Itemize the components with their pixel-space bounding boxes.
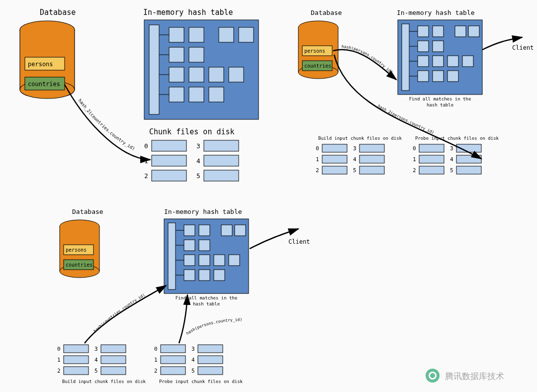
svg-rect-119	[101, 367, 126, 375]
svg-rect-43	[455, 26, 466, 37]
svg-rect-19	[169, 87, 184, 102]
panel-bottom: Database persons countries In-memory has…	[57, 208, 310, 384]
svg-rect-95	[184, 240, 195, 251]
hash-table	[398, 20, 482, 95]
hash-title: In-memory hash table	[397, 9, 475, 16]
svg-text:3: 3	[191, 346, 195, 352]
chunk-num: 4	[196, 157, 200, 165]
svg-rect-127	[198, 345, 223, 353]
svg-text:1: 1	[413, 156, 416, 163]
hash-subtitle-1: Find all matches in the	[409, 97, 471, 101]
svg-rect-27	[152, 155, 186, 166]
svg-rect-96	[199, 240, 210, 251]
svg-text:4: 4	[191, 357, 195, 363]
hash-table	[164, 219, 249, 294]
svg-rect-8	[149, 25, 159, 114]
svg-rect-26	[152, 140, 186, 151]
svg-rect-65	[359, 144, 384, 152]
svg-rect-103	[214, 270, 225, 281]
svg-text:5: 5	[191, 368, 195, 374]
svg-rect-59	[322, 144, 347, 152]
svg-rect-93	[221, 225, 232, 236]
svg-text:腾讯数据库技术: 腾讯数据库技术	[445, 372, 504, 381]
chunk-num: 3	[196, 142, 200, 150]
db-title: Database	[40, 8, 76, 17]
svg-rect-50	[462, 56, 473, 67]
svg-text:0: 0	[154, 346, 158, 352]
svg-rect-125	[161, 367, 185, 375]
svg-rect-45	[418, 41, 429, 52]
watermark: 腾讯数据库技术	[426, 369, 504, 383]
svg-rect-63	[322, 166, 347, 174]
chunk-files: 0 1 2 3 4 5	[144, 140, 239, 181]
arrow-label: hash(countries.country_id)	[93, 293, 146, 333]
svg-text:3: 3	[94, 346, 98, 352]
svg-rect-11	[219, 27, 234, 42]
probe-chunks: 0 1 2 3 4 5	[154, 345, 223, 375]
svg-text:5: 5	[353, 167, 357, 174]
svg-rect-52	[433, 71, 444, 82]
svg-rect-15	[169, 67, 184, 82]
svg-rect-69	[359, 166, 384, 174]
db-cylinder: persons countries	[298, 21, 338, 79]
svg-text:5: 5	[450, 167, 453, 174]
svg-rect-67	[359, 155, 384, 163]
svg-text:1: 1	[57, 357, 61, 363]
svg-rect-111	[64, 356, 89, 364]
svg-rect-13	[169, 47, 184, 62]
svg-rect-109	[64, 345, 89, 353]
svg-text:0: 0	[413, 145, 416, 152]
svg-rect-117	[101, 356, 126, 364]
build-chunks: 0 1 2 3 4 5	[57, 345, 126, 375]
chunk-num: 5	[196, 172, 200, 180]
build-chunk-title: Build input chunk files on disk	[62, 379, 146, 384]
chunk-num: 2	[144, 172, 148, 180]
panel-top-left: Database persons countries In-memory has…	[20, 8, 259, 181]
build-chunk-title: Build input chunk files on disk	[318, 136, 402, 141]
svg-text:4: 4	[353, 156, 357, 163]
probe-chunk-title: Probe input chunk files on disk	[159, 379, 243, 384]
hash-title: In-memory hash table	[143, 8, 233, 17]
svg-rect-28	[152, 170, 186, 181]
svg-rect-29	[204, 140, 239, 151]
db-title: Database	[72, 208, 103, 215]
arrow-label: hash(persons.country_id)	[342, 44, 394, 75]
chunk-title: Chunk files on disk	[149, 127, 235, 136]
client-label: Client	[512, 44, 534, 51]
arrow-probe	[179, 295, 187, 343]
svg-rect-48	[433, 56, 444, 67]
arrow-label: hash(persons.country_id)	[185, 317, 243, 336]
svg-rect-18	[229, 67, 244, 82]
svg-rect-40	[402, 24, 409, 91]
persons-label: persons	[28, 61, 53, 68]
svg-rect-49	[448, 56, 458, 67]
svg-rect-100	[229, 255, 240, 266]
svg-rect-113	[64, 367, 89, 375]
svg-text:2: 2	[154, 368, 158, 374]
svg-rect-75	[419, 166, 444, 174]
svg-text:5: 5	[94, 368, 98, 374]
svg-rect-121	[161, 345, 185, 353]
svg-text:3: 3	[450, 145, 453, 152]
db-title: Database	[311, 9, 342, 16]
svg-rect-12	[239, 27, 254, 42]
svg-text:4: 4	[450, 156, 453, 163]
svg-rect-81	[456, 166, 481, 174]
svg-rect-53	[448, 71, 458, 82]
svg-rect-97	[184, 255, 195, 266]
svg-rect-101	[184, 270, 195, 281]
svg-rect-47	[418, 56, 429, 67]
svg-rect-42	[433, 26, 444, 37]
svg-rect-90	[168, 223, 176, 290]
chunk-num: 1	[144, 157, 148, 165]
svg-rect-9	[169, 27, 184, 42]
svg-text:4: 4	[94, 357, 98, 363]
arrow-label: hash_2(countries.country_id)	[78, 98, 136, 151]
persons-label: persons	[66, 247, 87, 253]
svg-rect-98	[199, 255, 210, 266]
hash-title: In-memory hash table	[164, 208, 242, 215]
svg-rect-21	[209, 87, 224, 102]
svg-rect-102	[199, 270, 210, 281]
db-cylinder: persons countries	[60, 220, 99, 278]
panel-top-right: Database persons countries In-memory has…	[298, 9, 534, 174]
